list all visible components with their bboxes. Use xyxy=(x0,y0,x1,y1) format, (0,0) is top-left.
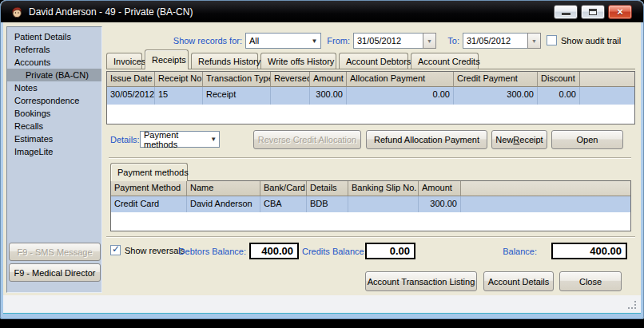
refund-allocation-payment-button[interactable]: Refund Allocation Payment xyxy=(366,130,487,149)
main-panel: Show records for: All ▼ From: ▼ To: ▼ Sh… xyxy=(105,22,638,295)
col-name[interactable]: Name xyxy=(187,181,260,196)
account-transaction-listing-button[interactable]: Account Transaction Listing xyxy=(365,271,477,291)
close-icon: × xyxy=(617,6,623,17)
col-amount[interactable]: Amount xyxy=(310,72,347,87)
cell-payment-method: Credit Card xyxy=(111,196,187,212)
sidebar-nav: Patient Details Referrals Accounts Priva… xyxy=(6,26,102,293)
cell-discount: 0.00 xyxy=(538,87,580,105)
status-bar xyxy=(3,295,641,314)
receipts-table-header: Issue Date Receipt No. Transaction Type … xyxy=(107,72,634,87)
cell-details: BDB xyxy=(307,196,348,212)
show-reversals-checkbox[interactable] xyxy=(110,245,121,255)
debtors-balance-label: Debtors Balance: xyxy=(153,246,246,257)
open-button[interactable]: Open xyxy=(551,130,623,149)
minimize-button[interactable] xyxy=(554,5,578,19)
title-bar[interactable]: David Anderson - 49 - Private (BA-CN) × xyxy=(1,1,643,22)
credits-balance-value: 0.00 xyxy=(365,243,415,259)
tab-account-debtors[interactable]: Account Debtors xyxy=(339,53,408,69)
tab-payment-methods[interactable]: Payment methods xyxy=(110,163,188,181)
details-select-value: Payment methods xyxy=(144,130,208,149)
details-select[interactable]: Payment methods ▼ xyxy=(140,131,220,148)
col-banking-slip-no[interactable]: Banking Slip No. xyxy=(348,181,419,196)
show-records-select[interactable]: All ▼ xyxy=(245,33,321,49)
cell-credit-payment: 300.00 xyxy=(454,87,538,105)
application-window: David Anderson - 49 - Private (BA-CN) × … xyxy=(0,0,644,319)
chevron-down-icon: ▼ xyxy=(308,38,320,45)
minimize-icon xyxy=(562,13,570,15)
from-label: From: xyxy=(324,35,350,46)
header-filler xyxy=(580,72,634,87)
account-details-button[interactable]: Account Details xyxy=(483,271,554,291)
window-title: David Anderson - 49 - Private (BA-CN) xyxy=(29,6,193,18)
tab-invoices[interactable]: Invoices xyxy=(106,53,142,69)
tab-receipts[interactable]: Receipts xyxy=(145,49,189,69)
payment-methods-header: Payment Method Name Bank/Card Details Ba… xyxy=(111,181,630,196)
col-issue-date[interactable]: Issue Date xyxy=(107,72,155,87)
col-reversed[interactable]: Reversed xyxy=(271,72,310,87)
tab-refunds-history[interactable]: Refunds History xyxy=(191,53,258,69)
tab-write-offs-history[interactable]: Write offs History xyxy=(260,53,336,69)
window-content: Patient Details Referrals Accounts Priva… xyxy=(3,22,641,295)
receipt-row[interactable]: 30/05/2012 15 Receipt 300.00 0.00 300.00… xyxy=(107,87,634,105)
sidebar-item-referrals[interactable]: Referrals xyxy=(7,43,101,56)
col-transaction-type[interactable]: Transaction Type xyxy=(203,72,271,87)
sms-message-button: F9 - SMS Message xyxy=(9,243,101,261)
header-filler xyxy=(461,181,630,196)
col-discount[interactable]: Discount xyxy=(538,72,580,87)
show-audit-trail-checkbox[interactable] xyxy=(547,35,557,45)
new-receipt-button[interactable]: New Receipt xyxy=(491,130,547,149)
col-bank-card[interactable]: Bank/Card xyxy=(260,181,307,196)
payment-method-row[interactable]: Credit Card David Anderson CBA BDB 300.0… xyxy=(111,196,630,212)
cell-bank-card: CBA xyxy=(260,196,307,212)
cell-reversed xyxy=(271,87,310,105)
footer-separator xyxy=(106,236,635,238)
window-icon xyxy=(10,6,23,18)
sidebar-item-private-account[interactable]: Private (BA-CN) xyxy=(7,69,101,81)
col-details[interactable]: Details xyxy=(307,181,348,196)
cell-banking-slip-no xyxy=(348,196,419,212)
sidebar-item-recalls[interactable]: Recalls xyxy=(7,120,101,132)
cell-name: David Anderson xyxy=(187,196,260,212)
sidebar-item-correspondence[interactable]: Correspondence xyxy=(7,94,101,107)
to-date-input[interactable] xyxy=(463,33,527,49)
cell-issue-date: 30/05/2012 xyxy=(107,87,155,105)
new-receipt-label-pre: New xyxy=(495,135,513,144)
cell-amount: 300.00 xyxy=(310,87,347,105)
cell-pm-amount: 300.00 xyxy=(419,196,461,212)
details-label: Details: xyxy=(110,134,140,145)
col-receipt-no[interactable]: Receipt No. xyxy=(155,72,203,87)
show-audit-trail-label: Show audit trail xyxy=(561,35,621,46)
col-allocation-payment[interactable]: Allocation Payment xyxy=(347,72,454,87)
receipts-table: Issue Date Receipt No. Transaction Type … xyxy=(106,71,635,124)
balance-label: Balance: xyxy=(500,246,537,257)
show-records-label: Show records for: xyxy=(105,35,242,46)
cell-allocation-payment: 0.00 xyxy=(347,87,454,105)
new-receipt-label-post: eceipt xyxy=(519,135,543,144)
details-group-separator xyxy=(109,157,631,159)
sidebar-item-accounts[interactable]: Accounts xyxy=(7,56,101,69)
from-date-field: ▼ xyxy=(353,33,436,49)
from-date-input[interactable] xyxy=(353,33,423,49)
sidebar-item-notes[interactable]: Notes xyxy=(7,81,101,94)
new-receipt-accel: R xyxy=(513,135,519,144)
balance-value: 400.00 xyxy=(551,243,627,259)
sidebar-item-patient-details[interactable]: Patient Details xyxy=(7,30,101,43)
to-date-dropdown-button[interactable]: ▼ xyxy=(527,33,541,49)
tab-account-credits[interactable]: Account Credits xyxy=(411,53,479,69)
maximize-icon xyxy=(589,9,597,15)
sidebar-item-imagelite[interactable]: ImageLite xyxy=(7,145,101,158)
sidebar-item-estimates[interactable]: Estimates xyxy=(7,132,101,145)
col-pm-amount[interactable]: Amount xyxy=(419,181,461,196)
credits-balance-label: Credits Balance: xyxy=(302,246,364,257)
close-window-button[interactable]: × xyxy=(608,5,632,19)
close-button[interactable]: Close xyxy=(559,271,622,291)
maximize-button[interactable] xyxy=(581,5,605,19)
sidebar-item-bookings[interactable]: Bookings xyxy=(7,107,101,120)
col-payment-method[interactable]: Payment Method xyxy=(111,181,187,196)
to-label: To: xyxy=(439,35,459,46)
medical-director-button[interactable]: F9 - Medical Director xyxy=(9,263,101,282)
col-credit-payment[interactable]: Credit Payment xyxy=(454,72,538,87)
resize-grip[interactable] xyxy=(628,301,637,310)
reverse-credit-allocation-button: Reverse Credit Allocation xyxy=(253,130,361,149)
from-date-dropdown-button[interactable]: ▼ xyxy=(423,33,436,49)
